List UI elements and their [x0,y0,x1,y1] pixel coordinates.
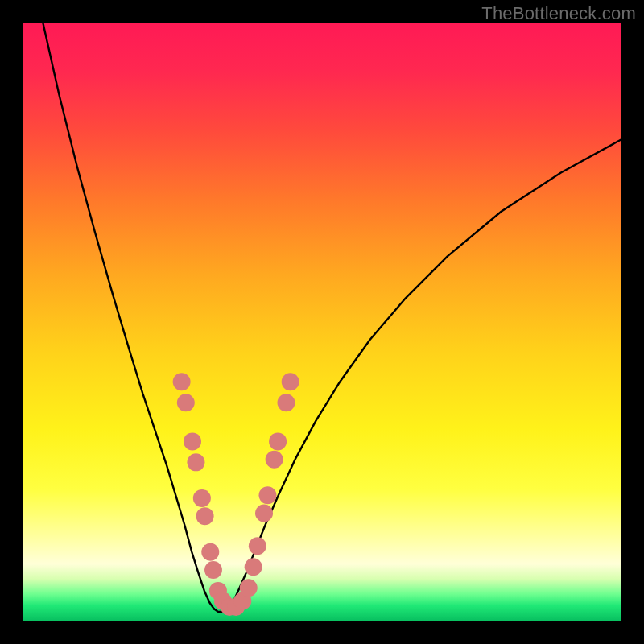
marker-dot [277,394,295,411]
marker-dot [187,453,204,471]
curve-markers [173,373,299,616]
series-left-curve [43,23,213,609]
marker-dot [177,394,195,411]
marker-dot [249,537,266,555]
marker-dot [173,373,191,390]
marker-dot [266,451,283,469]
marker-dot [240,579,258,597]
marker-dot [193,489,211,507]
marker-dot [196,507,214,525]
plot-area [23,23,621,621]
marker-dot [201,543,219,561]
chart-frame: TheBottleneck.com [0,0,644,644]
marker-dot [255,504,273,522]
bottleneck-curves [43,23,621,612]
marker-dot [204,561,222,579]
marker-dot [269,432,287,450]
marker-dot [282,373,299,390]
watermark-text: TheBottleneck.com [481,3,636,24]
marker-dot [258,486,276,504]
marker-dot [245,558,262,576]
curve-layer [23,23,621,621]
marker-dot [184,432,201,450]
